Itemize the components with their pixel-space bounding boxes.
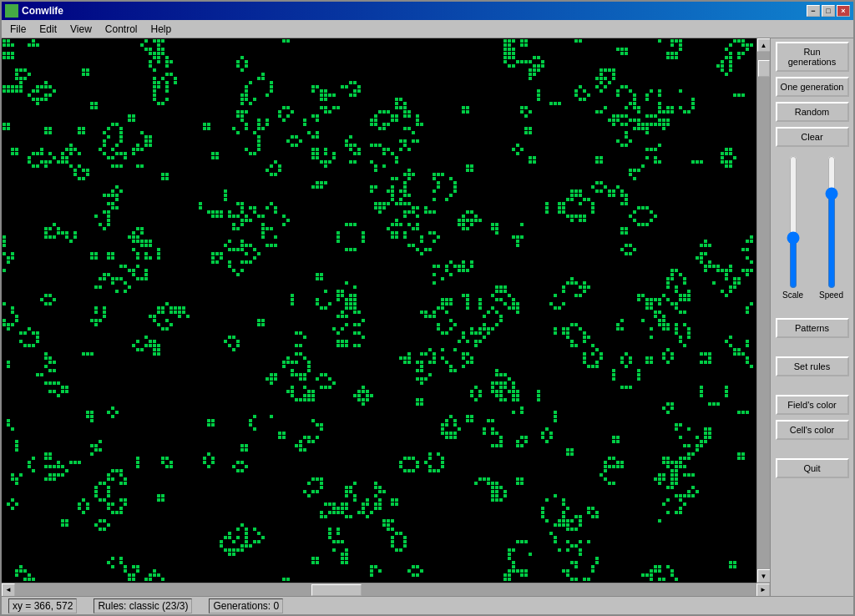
menu-view[interactable]: View: [63, 22, 99, 37]
canvas-area: ▲ ▼ ◄ ►: [2, 38, 770, 596]
run-generations-button[interactable]: Run generations: [776, 42, 849, 72]
game-canvas[interactable]: [2, 38, 756, 583]
close-button[interactable]: ×: [837, 5, 850, 17]
menu-help[interactable]: Help: [144, 22, 179, 37]
life-canvas[interactable]: [2, 38, 756, 583]
scale-label: Scale: [782, 290, 803, 300]
main-content: ▲ ▼ ◄ ► Run generations One generation: [2, 38, 853, 596]
main-window: Conwlife − □ × File Edit View Control He…: [0, 0, 855, 616]
title-bar: Conwlife − □ ×: [2, 2, 853, 20]
scrollbar-bottom: ◄ ►: [2, 583, 770, 596]
scale-slider[interactable]: [784, 155, 802, 289]
scroll-down-button[interactable]: ▼: [757, 569, 771, 583]
app-icon: [5, 4, 18, 18]
speed-slider[interactable]: [822, 155, 841, 289]
sliders-container: Scale Speed: [776, 155, 849, 300]
scroll-track-right[interactable]: [757, 52, 771, 569]
scroll-thumb-right[interactable]: [758, 60, 770, 77]
cells-color-button[interactable]: Cell's color: [776, 420, 849, 440]
coordinates-display: xy = 366, 572: [8, 598, 77, 613]
scroll-thumb-bottom[interactable]: [311, 584, 362, 596]
one-generation-button[interactable]: One generation: [776, 77, 849, 97]
random-button[interactable]: Random: [776, 102, 849, 122]
fields-color-button[interactable]: Field's color: [776, 395, 849, 415]
minimize-button[interactable]: −: [807, 5, 820, 17]
status-bar: xy = 366, 572 Rules: classic (23/3) Gene…: [2, 596, 853, 614]
speed-slider-wrapper: Speed: [814, 155, 849, 300]
clear-button[interactable]: Clear: [776, 127, 849, 147]
window-controls: − □ ×: [807, 5, 850, 17]
scrollbar-right: ▲ ▼: [756, 38, 770, 583]
menu-control[interactable]: Control: [99, 22, 144, 37]
quit-button[interactable]: Quit: [776, 458, 849, 478]
scroll-up-button[interactable]: ▲: [757, 38, 771, 52]
scroll-right-button[interactable]: ►: [756, 583, 770, 597]
menu-file[interactable]: File: [3, 22, 33, 37]
speed-label: Speed: [819, 290, 843, 300]
generations-display: Generations: 0: [209, 598, 283, 613]
canvas-with-scroll: ▲ ▼: [2, 38, 770, 583]
sidebar: Run generations One generation Random Cl…: [770, 38, 853, 596]
scale-slider-wrapper: Scale: [776, 155, 811, 300]
restore-button[interactable]: □: [822, 5, 835, 17]
menu-edit[interactable]: Edit: [33, 22, 63, 37]
window-title: Conwlife: [22, 5, 63, 17]
patterns-button[interactable]: Patterns: [776, 318, 849, 338]
menu-bar: File Edit View Control Help: [2, 20, 853, 38]
rules-display: Rules: classic (23/3): [94, 598, 192, 613]
scroll-track-bottom[interactable]: [15, 583, 756, 597]
scroll-left-button[interactable]: ◄: [2, 583, 15, 597]
set-rules-button[interactable]: Set rules: [776, 356, 849, 376]
